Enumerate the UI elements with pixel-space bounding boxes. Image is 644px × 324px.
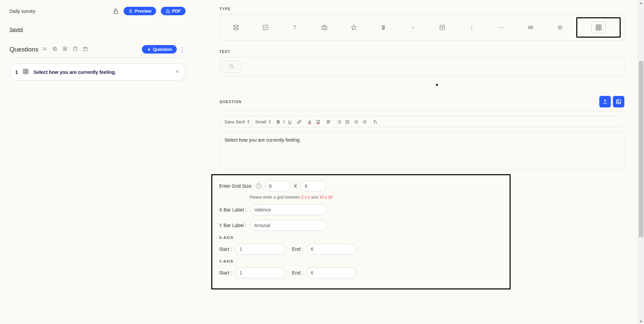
y-bar-label: Y Bar Label : [219,223,246,228]
x-bar-input[interactable] [250,204,326,215]
scroll-thumb[interactable] [639,61,643,237]
x-axis-section-label: X-AXIS [219,236,503,240]
upload-button[interactable] [599,96,611,107]
x-start-input[interactable] [235,244,285,255]
type-camera-icon[interactable] [312,24,338,31]
help-icon[interactable] [72,46,78,53]
text-color-icon[interactable] [307,119,312,124]
x-end-input[interactable] [306,244,357,255]
x-end-label: End : [292,246,303,252]
svg-point-25 [346,121,346,122]
y-axis-section-label: Y-AXIS [219,259,503,263]
copy-icon[interactable] [52,46,58,53]
survey-title: Daily survey [9,8,108,14]
test-button[interactable] [222,61,241,73]
type-vertical-icon[interactable] [458,24,485,31]
indent-icon[interactable] [362,119,367,124]
svg-rect-8 [24,69,28,74]
type-collapse-icon[interactable] [400,24,426,31]
vertical-scrollbar[interactable]: ▲ ▼ [638,0,644,324]
svg-point-26 [346,123,346,123]
grid-separator: X [294,183,297,189]
svg-point-18 [229,64,233,68]
image-button[interactable] [613,96,624,107]
type-grid-icon[interactable] [576,17,621,38]
y-end-input[interactable] [306,267,357,278]
help-circle-icon[interactable]: ? [256,183,261,189]
highlight-color-icon[interactable] [316,119,321,124]
question-list-item[interactable]: 1 Select how you are currently feeling. [9,63,186,81]
bold-icon[interactable]: B [277,119,280,124]
test-section-label: TEST [219,49,624,54]
svg-rect-4 [53,47,56,50]
unordered-list-icon[interactable] [345,119,350,124]
outdent-icon[interactable] [353,119,359,124]
add-question-button[interactable]: Question [142,45,177,54]
grid-cols-input[interactable] [265,181,291,191]
ordered-list-icon[interactable] [337,119,342,124]
clear-format-icon[interactable] [372,119,378,124]
font-family-select[interactable]: Sans Serif ▲▼ [224,119,250,124]
svg-rect-21 [308,123,311,124]
y-start-input[interactable] [235,267,285,278]
svg-rect-19 [617,100,621,104]
questions-heading: Questions [9,46,39,53]
font-size-select[interactable]: Small ▲▼ [255,119,271,124]
remove-question-icon[interactable] [175,69,180,75]
unlock-icon[interactable] [113,8,119,14]
grid-config-panel: Enter Grid Size: ? X Please enter a grid… [211,174,511,289]
grid-size-label: Enter Grid Size: [219,183,253,189]
x-start-label: Start : [219,246,232,252]
text-editor-toolbar: Sans Serif ▲▼ Small ▲▼ B I U [219,116,624,127]
type-info-icon[interactable]: i [370,24,396,31]
type-barcode-icon[interactable] [517,24,543,31]
y-start-label: Start : [219,270,232,276]
svg-text:i: i [383,25,384,29]
y-bar-input[interactable] [250,220,326,231]
type-x-icon[interactable] [223,24,249,31]
calendar-icon[interactable] [83,46,88,53]
list-icon[interactable] [62,46,68,53]
svg-rect-7 [83,47,87,51]
add-question-label: Question [153,47,172,52]
type-text-icon[interactable] [282,24,308,31]
svg-rect-23 [317,123,320,124]
svg-point-24 [346,120,346,121]
pdf-button[interactable]: PDF [161,7,186,15]
more-options-icon[interactable]: ⋮ [179,45,186,54]
underline-icon[interactable]: U [288,119,291,124]
type-section-label: TYPE [219,7,624,11]
type-horizontal-icon[interactable] [488,24,514,31]
question-text: Select how you are currently feeling. [34,69,170,75]
italic-icon[interactable]: I [283,119,285,124]
type-layout-icon[interactable] [429,24,455,31]
question-type-selector: i [219,14,624,41]
scroll-up-icon[interactable]: ▲ [638,0,644,5]
svg-rect-10 [263,25,268,29]
svg-point-12 [323,27,326,29]
type-star-icon[interactable] [341,24,367,31]
question-number: 1 [15,69,18,75]
y-end-label: End : [292,270,303,276]
svg-point-1 [129,10,132,13]
question-text-editor[interactable]: Select how you are currently feeling. [219,132,624,169]
scroll-down-icon[interactable]: ▼ [638,319,644,324]
grid-type-icon [23,68,29,76]
grid-rows-input[interactable] [300,181,326,191]
preview-button[interactable]: Preview [124,7,156,15]
x-bar-label: X Bar Label : [219,207,246,212]
shuffle-icon[interactable] [42,46,47,53]
svg-rect-22 [317,120,320,123]
question-section-label: QUESTION [219,100,241,104]
svg-rect-17 [596,25,601,30]
type-clock-icon[interactable] [547,24,573,31]
font-size-value: Small [255,119,266,124]
grid-hint-text: Please enter a grid between 2 x 2 and 10… [250,195,503,200]
svg-rect-3 [54,48,57,50]
align-icon[interactable] [326,119,331,124]
type-checkbox-icon[interactable] [253,24,279,31]
link-icon[interactable] [297,119,302,124]
svg-rect-0 [114,11,118,14]
saved-link[interactable]: Saved [9,27,186,32]
decorative-dot [436,84,438,86]
